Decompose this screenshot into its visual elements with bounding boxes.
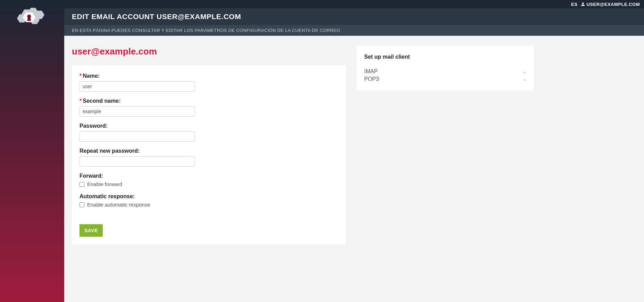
second-name-label: *Second name: bbox=[80, 98, 338, 104]
user-label: USER@EXAMPLE.COM bbox=[586, 2, 640, 7]
sidebar bbox=[0, 0, 64, 302]
page-subtitle: EN ESTA PÁGINA PUEDES CONSULTAR Y EDITAR… bbox=[64, 25, 644, 36]
accordion-pop3[interactable]: POP3 ⌄ bbox=[364, 75, 526, 83]
second-name-input[interactable] bbox=[80, 106, 195, 117]
main: ES USER@EXAMPLE.COM EDIT EMAIL ACCOUNT U… bbox=[64, 0, 644, 302]
mail-client-card: Set up mail client IMAP ⌄ POP3 ⌄ bbox=[357, 46, 534, 91]
user-icon bbox=[581, 2, 585, 6]
name-input[interactable] bbox=[80, 81, 195, 92]
enable-forward-checkbox[interactable] bbox=[80, 182, 84, 187]
enable-forward-label[interactable]: Enable forward bbox=[87, 181, 122, 187]
name-label: *Name: bbox=[80, 73, 338, 79]
password-input[interactable] bbox=[80, 131, 195, 142]
logo[interactable] bbox=[0, 0, 64, 35]
save-button[interactable]: SAVE bbox=[80, 224, 103, 237]
accordion-item-label: POP3 bbox=[364, 76, 379, 82]
topbar: ES USER@EXAMPLE.COM bbox=[64, 0, 644, 8]
enable-autoresponse-checkbox[interactable] bbox=[80, 202, 84, 207]
forward-label: Forward: bbox=[80, 173, 338, 179]
chevron-down-icon: ⌄ bbox=[523, 77, 526, 81]
accordion-item-label: IMAP bbox=[364, 68, 378, 75]
content: user@example.com *Name: *Second name: Pa… bbox=[64, 36, 644, 302]
accordion-imap[interactable]: IMAP ⌄ bbox=[364, 68, 526, 75]
chevron-down-icon: ⌄ bbox=[523, 70, 526, 74]
user-menu[interactable]: USER@EXAMPLE.COM bbox=[581, 2, 640, 7]
repeat-password-label: Repeat new password: bbox=[80, 148, 338, 154]
form-card: *Name: *Second name: Password: Repeat ne… bbox=[72, 65, 346, 244]
language-switch[interactable]: ES bbox=[571, 2, 577, 7]
page-title: EDIT EMAIL ACCOUNT USER@EXAMPLE.COM bbox=[64, 8, 644, 25]
password-label: Password: bbox=[80, 123, 338, 129]
autoresponse-label: Automatic response: bbox=[80, 193, 338, 200]
email-heading: user@example.com bbox=[72, 46, 346, 57]
svg-marker-7 bbox=[27, 17, 31, 21]
repeat-password-input[interactable] bbox=[80, 156, 195, 167]
enable-autoresponse-label[interactable]: Enable automatic response bbox=[87, 202, 150, 208]
mail-client-title: Set up mail client bbox=[364, 54, 526, 60]
